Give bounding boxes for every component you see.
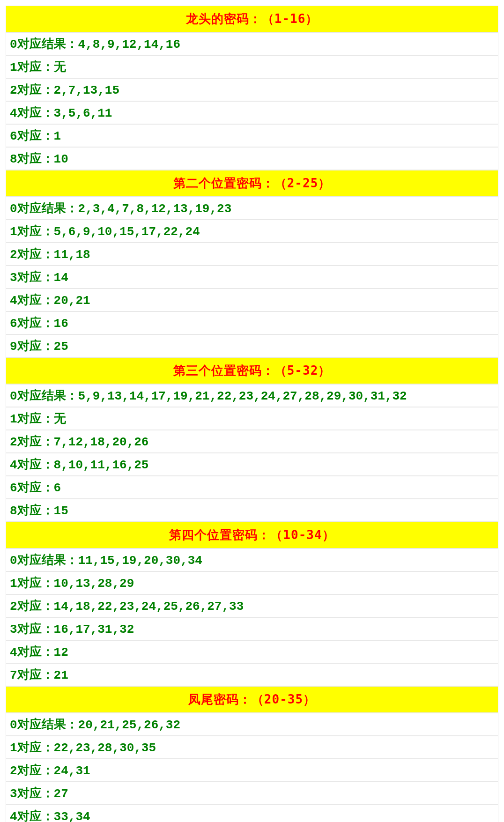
data-row: 4对应：33,34 (6, 805, 498, 822)
row-separator: 对应： (17, 668, 54, 682)
row-separator: 对应结果： (17, 389, 78, 403)
row-key: 4 (10, 810, 17, 822)
section-3: 第四个位置密码：（10-34）0对应结果：11,15,19,20,30,341对… (6, 522, 498, 686)
data-row: 4对应：3,5,6,11 (6, 101, 498, 124)
row-value: 20,21,25,26,32 (78, 718, 180, 732)
data-row: 0对应结果：20,21,25,26,32 (6, 713, 498, 736)
data-row: 2对应：11,18 (6, 243, 498, 266)
row-value: 16 (54, 317, 68, 331)
row-key: 4 (10, 294, 17, 308)
row-value: 3,5,6,11 (54, 106, 112, 120)
section-header: 第二个位置密码：（2-25） (6, 170, 498, 197)
data-row: 0对应结果：2,3,4,7,8,12,13,19,23 (6, 197, 498, 220)
section-header: 第三个位置密码：（5-32） (6, 357, 498, 384)
row-value: 7,12,18,20,26 (54, 435, 149, 449)
row-value: 8,10,11,16,25 (54, 458, 149, 472)
row-separator: 对应： (17, 152, 54, 166)
row-separator: 对应： (17, 741, 54, 755)
row-value: 27 (54, 787, 68, 801)
data-row: 1对应：5,6,9,10,15,17,22,24 (6, 220, 498, 243)
row-value: 24,31 (54, 764, 90, 778)
password-tables-container: 龙头的密码：（1-16）0对应结果：4,8,9,12,14,161对应：无2对应… (6, 6, 498, 822)
row-key: 1 (10, 741, 17, 755)
row-key: 4 (10, 106, 17, 120)
row-key: 1 (10, 225, 17, 239)
row-value: 12 (54, 645, 68, 659)
row-separator: 对应： (17, 225, 54, 239)
row-value: 22,23,28,30,35 (54, 741, 156, 755)
row-separator: 对应结果： (17, 554, 78, 568)
row-key: 8 (10, 504, 17, 518)
data-row: 2对应：7,12,18,20,26 (6, 430, 498, 453)
row-value: 21 (54, 668, 68, 682)
row-separator: 对应： (17, 622, 54, 637)
data-row: 4对应：8,10,11,16,25 (6, 453, 498, 476)
row-separator: 对应： (17, 787, 54, 801)
row-key: 2 (10, 435, 17, 449)
row-value: 4,8,9,12,14,16 (78, 37, 180, 52)
row-separator: 对应： (17, 83, 54, 97)
row-value: 15 (54, 504, 68, 518)
row-key: 0 (10, 389, 17, 403)
row-key: 1 (10, 412, 17, 426)
row-key: 6 (10, 129, 17, 143)
row-separator: 对应： (17, 764, 54, 778)
row-separator: 对应： (17, 317, 54, 331)
data-row: 3对应：14 (6, 266, 498, 289)
data-row: 2对应：24,31 (6, 759, 498, 782)
row-separator: 对应： (17, 60, 54, 74)
row-separator: 对应： (17, 248, 54, 262)
data-row: 7对应：21 (6, 663, 498, 686)
row-separator: 对应： (17, 810, 54, 822)
row-key: 3 (10, 787, 17, 801)
row-separator: 对应： (17, 481, 54, 495)
data-row: 0对应结果：5,9,13,14,17,19,21,22,23,24,27,28,… (6, 384, 498, 407)
row-key: 0 (10, 718, 17, 732)
row-key: 6 (10, 481, 17, 495)
row-key: 3 (10, 622, 17, 637)
row-value: 20,21 (54, 294, 90, 308)
row-key: 1 (10, 60, 17, 74)
row-key: 2 (10, 83, 17, 97)
data-row: 0对应结果：11,15,19,20,30,34 (6, 548, 498, 571)
section-4: 凤尾密码：（20-35）0对应结果：20,21,25,26,321对应：22,2… (6, 686, 498, 822)
row-separator: 对应： (17, 106, 54, 120)
data-row: 6对应：6 (6, 476, 498, 499)
data-row: 4对应：12 (6, 640, 498, 663)
row-value: 无 (54, 412, 66, 426)
data-row: 1对应：无 (6, 55, 498, 78)
data-row: 3对应：27 (6, 782, 498, 805)
data-row: 3对应：16,17,31,32 (6, 617, 498, 640)
row-separator: 对应： (17, 458, 54, 472)
data-row: 4对应：20,21 (6, 289, 498, 311)
row-key: 1 (10, 577, 17, 591)
row-key: 0 (10, 37, 17, 52)
row-key: 6 (10, 317, 17, 331)
section-1: 第二个位置密码：（2-25）0对应结果：2,3,4,7,8,12,13,19,2… (6, 170, 498, 357)
row-separator: 对应： (17, 645, 54, 659)
row-key: 9 (10, 340, 17, 354)
row-value: 11,18 (54, 248, 90, 262)
section-0: 龙头的密码：（1-16）0对应结果：4,8,9,12,14,161对应：无2对应… (6, 6, 498, 170)
data-row: 8对应：15 (6, 499, 498, 522)
row-value: 10,13,28,29 (54, 577, 134, 591)
row-key: 7 (10, 668, 17, 682)
row-separator: 对应： (17, 129, 54, 143)
row-separator: 对应： (17, 435, 54, 449)
row-separator: 对应： (17, 294, 54, 308)
row-value: 2,7,13,15 (54, 83, 119, 97)
row-separator: 对应： (17, 271, 54, 285)
data-row: 9对应：25 (6, 334, 498, 357)
section-header: 第四个位置密码：（10-34） (6, 522, 498, 548)
data-row: 6对应：1 (6, 124, 498, 147)
row-separator: 对应结果： (17, 202, 78, 216)
row-separator: 对应结果： (17, 37, 78, 52)
row-value: 6 (54, 481, 61, 495)
row-key: 2 (10, 248, 17, 262)
row-key: 0 (10, 202, 17, 216)
data-row: 1对应：22,23,28,30,35 (6, 736, 498, 759)
data-row: 6对应：16 (6, 311, 498, 334)
row-value: 25 (54, 340, 68, 354)
row-key: 3 (10, 271, 17, 285)
row-value: 10 (54, 152, 68, 166)
